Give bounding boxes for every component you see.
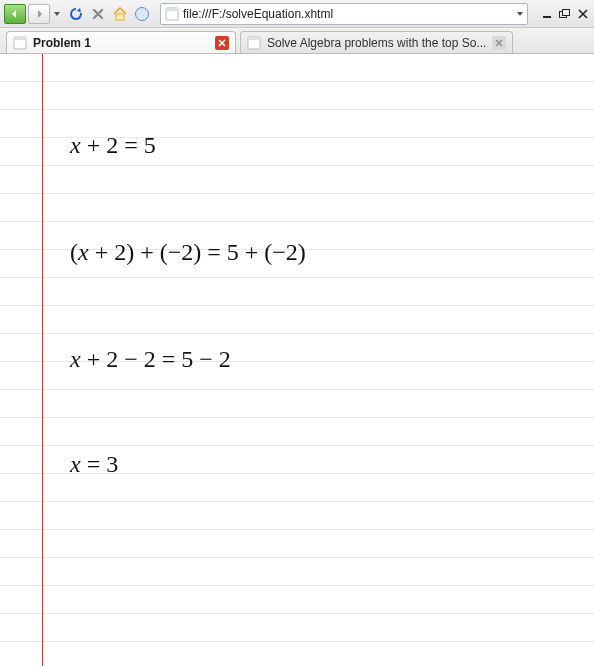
maximize-button[interactable] [558,7,572,21]
forward-button[interactable] [28,4,50,24]
svg-rect-6 [563,9,570,15]
svg-point-1 [136,7,149,20]
equation-step-1: x + 2 = 5 [70,132,156,159]
svg-rect-10 [248,37,260,40]
page-content: x + 2 = 5 (x + 2) + (−2) = 5 + (−2) x + … [0,54,594,666]
window-controls [540,7,590,21]
equation-step-2: (x + 2) + (−2) = 5 + (−2) [70,239,306,266]
equation-step-4: x = 3 [70,451,118,478]
close-window-button[interactable] [576,7,590,21]
page-favicon [165,7,179,21]
tab-label: Solve Algebra problems with the top So..… [267,36,486,50]
browser-toolbar: file:///F:/solveEquation.xhtml [0,0,594,28]
equation-step-3: x + 2 − 2 = 5 − 2 [70,346,231,373]
svg-rect-3 [166,8,178,11]
address-bar-text: file:///F:/solveEquation.xhtml [183,7,513,21]
tab-close-button[interactable] [215,36,229,50]
feeds-button[interactable] [132,4,152,24]
svg-rect-8 [14,37,26,40]
tab-problem-1[interactable]: Problem 1 [6,31,236,53]
paper-margin-line [42,54,43,666]
history-dropdown[interactable] [54,12,60,16]
address-dropdown-icon[interactable] [517,12,523,16]
address-bar[interactable]: file:///F:/solveEquation.xhtml [160,3,528,25]
svg-rect-4 [543,16,551,18]
minimize-button[interactable] [540,7,554,21]
tab-strip: Problem 1 Solve Algebra problems with th… [0,28,594,54]
home-button[interactable] [110,4,130,24]
tab-close-button[interactable] [492,36,506,50]
page-icon [13,36,27,50]
svg-rect-0 [116,14,124,20]
stop-button[interactable] [88,4,108,24]
back-button[interactable] [4,4,26,24]
tab-solve-algebra[interactable]: Solve Algebra problems with the top So..… [240,31,513,53]
page-icon [247,36,261,50]
tab-label: Problem 1 [33,36,209,50]
reload-button[interactable] [66,4,86,24]
